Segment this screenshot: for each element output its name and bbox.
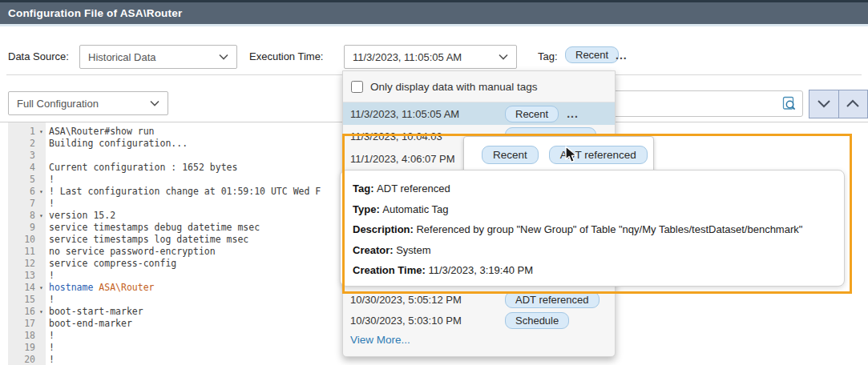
fold-marker-icon[interactable]: ▾	[35, 210, 47, 222]
popover-tag-pill[interactable]: Recent	[482, 146, 539, 164]
line-number: 13	[8, 270, 35, 282]
line-number: 18	[8, 330, 35, 342]
code-text: boot-start-marker	[47, 306, 143, 318]
view-mode-select[interactable]: Full Configuration	[8, 91, 168, 115]
line-number: 3	[8, 150, 35, 162]
current-tag-pill[interactable]: Recent	[565, 46, 619, 63]
chevron-down-icon	[817, 97, 831, 111]
code-text: ! Last configuration change at 01:59:10 …	[47, 186, 321, 198]
data-source-value: Historical Data	[88, 51, 156, 63]
code-text: boot-end-marker	[47, 318, 132, 330]
line-number: 10	[8, 234, 35, 246]
line-number: 14	[8, 282, 35, 294]
code-text: ASA\Router#show run	[47, 126, 155, 138]
line-number: 2	[8, 138, 35, 150]
title-bar: Configuration File of ASA\Router	[0, 2, 868, 24]
execution-time-row[interactable]: 10/30/2023, 5:03:10 PMSchedule	[343, 310, 615, 331]
manual-tags-filter-label: Only display data with manual tags	[370, 81, 538, 93]
code-text: service timestamps log datetime msec	[47, 234, 248, 246]
code-text	[47, 150, 49, 162]
line-number: 20	[8, 354, 35, 365]
code-text: !	[47, 330, 55, 342]
find-prev-button[interactable]	[838, 90, 868, 118]
row-timestamp: 10/30/2023, 5:05:12 PM	[350, 294, 505, 306]
fold-spacer	[35, 258, 47, 270]
line-number: 7	[8, 198, 35, 210]
fold-spacer	[35, 318, 47, 330]
tooltip-field: Tag: ADT referenced	[353, 178, 832, 199]
find-nav-buttons	[809, 90, 868, 118]
view-more-link[interactable]: View More...	[350, 334, 410, 346]
line-number: 17	[8, 318, 35, 330]
manual-tags-checkbox[interactable]	[351, 81, 363, 93]
tag-label: Tag:	[538, 50, 558, 62]
code-text: !	[47, 342, 55, 354]
fold-spacer	[35, 234, 47, 246]
line-number: 8	[8, 210, 35, 222]
tag-pill[interactable]: Recent	[505, 106, 559, 122]
row-timestamp: 11/3/2023, 11:05:05 AM	[350, 108, 505, 120]
data-source-select[interactable]: Historical Data	[79, 45, 237, 69]
view-mode-value: Full Configuration	[17, 98, 99, 110]
fold-marker-icon[interactable]: ▾	[35, 282, 47, 294]
chevron-down-icon	[219, 54, 228, 60]
fold-spacer	[35, 342, 47, 354]
fold-marker-icon[interactable]: ▾	[35, 306, 47, 318]
line-number: 9	[8, 222, 35, 234]
manual-tags-filter[interactable]: Only display data with manual tags	[343, 71, 615, 102]
row-timestamp: 10/30/2023, 5:03:10 PM	[350, 315, 505, 327]
chevron-down-icon	[150, 100, 159, 106]
fold-spacer	[35, 354, 47, 365]
tag-pill[interactable]: Schedule	[505, 312, 569, 329]
line-number: 12	[8, 258, 35, 270]
popover-tag-pill[interactable]: ADT referenced	[549, 146, 648, 164]
fold-marker-icon[interactable]: ▾	[35, 126, 47, 138]
execution-time-label: Execution Time:	[249, 50, 324, 62]
execution-time-row[interactable]: 11/3/2023, 11:05:05 AMRecent...	[343, 102, 615, 125]
chevron-down-icon	[499, 54, 508, 60]
tag-details-tooltip: Tag: ADT referencedType: Automatic TagDe…	[340, 170, 845, 287]
fold-spacer	[35, 294, 47, 306]
tag-pill[interactable]: ADT referenced	[505, 291, 600, 308]
fold-spacer	[35, 330, 47, 342]
fold-spacer	[35, 246, 47, 258]
fold-spacer	[35, 162, 47, 174]
fold-marker-icon[interactable]: ▾	[35, 186, 47, 198]
execution-time-select[interactable]: 11/3/2023, 11:05:05 AM	[344, 45, 517, 69]
code-text: version 15.2	[47, 210, 115, 222]
line-number: 6	[8, 186, 35, 198]
code-text: !	[47, 294, 55, 306]
fold-spacer	[35, 174, 47, 186]
fold-spacer	[35, 150, 47, 162]
execution-time-value: 11/3/2023, 11:05:05 AM	[353, 51, 462, 63]
code-text: service compress-config	[47, 258, 176, 270]
code-text: service timestamps debug datetime msec	[47, 222, 260, 234]
more-tags-button[interactable]: ...	[567, 107, 579, 120]
tooltip-field: Creation Time: 11/3/2023, 3:19:40 PM	[353, 260, 832, 281]
more-tags-button[interactable]: ...	[616, 49, 628, 62]
code-text: !	[47, 198, 55, 210]
accent-strip	[0, 24, 868, 26]
code-text: !	[47, 354, 55, 365]
tag-popover: RecentADT referenced	[463, 136, 654, 173]
tooltip-field: Type: Automatic Tag	[353, 199, 832, 220]
code-text: hostname ASA\Router	[47, 282, 155, 294]
line-number: 16	[8, 306, 35, 318]
line-number: 4	[8, 162, 35, 174]
line-number: 19	[8, 342, 35, 354]
find-next-button[interactable]	[809, 90, 838, 118]
fold-spacer	[35, 198, 47, 210]
code-text: Building configuration...	[47, 138, 188, 150]
page-title: Configuration File of ASA\Router	[0, 7, 182, 19]
execution-time-row[interactable]: 10/30/2023, 5:05:12 PMADT referenced	[343, 289, 615, 310]
line-number: 1	[8, 126, 35, 138]
line-number: 11	[8, 246, 35, 258]
data-source-label: Data Source:	[8, 50, 69, 62]
search-in-document-icon[interactable]	[781, 96, 797, 114]
fold-spacer	[35, 270, 47, 282]
tooltip-field: Creator: System	[353, 240, 832, 261]
code-text: !	[47, 270, 55, 282]
code-text: Current configuration : 1652 bytes	[47, 162, 237, 174]
line-number: 5	[8, 174, 35, 186]
tooltip-field: Description: Referenced by group "New Gr…	[353, 219, 832, 240]
